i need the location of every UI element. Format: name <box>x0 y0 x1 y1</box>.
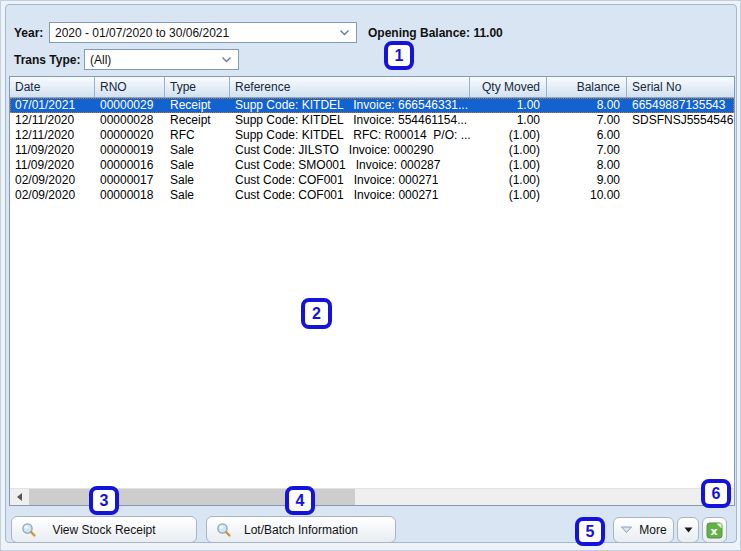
column-header-type[interactable]: Type <box>165 77 230 97</box>
cell-qty-moved: 1.00 <box>470 113 547 128</box>
column-header-reference[interactable]: Reference <box>230 77 470 97</box>
cell-type: Receipt <box>165 98 230 113</box>
cell-qty-moved: (1.00) <box>470 188 547 203</box>
lot-batch-information-label: Lot/Batch Information <box>244 523 358 537</box>
more-button-label: More <box>639 523 666 537</box>
cell-reference: Supp Code: KITDEL Invoice: 666546331... <box>230 98 470 113</box>
cell-type: RFC <box>165 128 230 143</box>
cell-type: Sale <box>165 188 230 203</box>
cell-serial-no <box>627 173 734 188</box>
cell-serial-no: 66549887135543 <box>627 98 734 113</box>
cell-serial-no <box>627 158 734 173</box>
dropdown-arrow-icon <box>684 527 693 533</box>
more-button[interactable]: More <box>613 517 674 543</box>
opening-balance-label: Opening Balance: <box>368 26 470 40</box>
year-dropdown[interactable]: 2020 - 01/07/2020 to 30/06/2021 <box>49 22 357 43</box>
cell-date: 12/11/2020 <box>10 113 95 128</box>
opening-balance-value: 11.00 <box>473 26 502 40</box>
cell-serial-no <box>627 188 734 203</box>
table-header: Date RNO Type Reference Qty Moved Balanc… <box>10 77 734 98</box>
cell-serial-no <box>627 128 734 143</box>
export-to-excel-button[interactable]: x <box>702 517 727 543</box>
cell-reference: Supp Code: KITDEL RFC: R00014 P/O: ... <box>230 128 470 143</box>
year-label: Year: <box>14 26 43 40</box>
cell-date: 11/09/2020 <box>10 158 95 173</box>
cell-serial-no <box>627 143 734 158</box>
cell-date: 12/11/2020 <box>10 128 95 143</box>
cell-rno: 00000017 <box>95 173 165 188</box>
trans-type-dropdown-value: (All) <box>90 53 111 67</box>
cell-qty-moved: (1.00) <box>470 128 547 143</box>
cell-balance: 9.00 <box>547 173 627 188</box>
cell-type: Sale <box>165 158 230 173</box>
callout-1: 1 <box>384 41 414 70</box>
year-dropdown-value: 2020 - 01/07/2020 to 30/06/2021 <box>55 26 229 40</box>
cell-type: Sale <box>165 173 230 188</box>
cell-rno: 00000016 <box>95 158 165 173</box>
cell-balance: 6.00 <box>547 128 627 143</box>
cell-reference: Cust Code: JILSTO Invoice: 000290 <box>230 143 470 158</box>
view-stock-receipt-label: View Stock Receipt <box>52 523 155 537</box>
cell-date: 07/01/2021 <box>10 98 95 113</box>
cell-serial-no: SDSFNSJ5554546 <box>627 113 734 128</box>
cell-qty-moved: 1.00 <box>470 98 547 113</box>
cell-qty-moved: (1.00) <box>470 158 547 173</box>
cell-reference: Cust Code: COF001 Invoice: 000271 <box>230 173 470 188</box>
scroll-left-arrow-icon[interactable] <box>10 489 28 505</box>
cell-reference: Cust Code: COF001 Invoice: 000271 <box>230 188 470 203</box>
table-row[interactable]: 02/09/2020 00000018 Sale Cust Code: COF0… <box>10 188 734 203</box>
callout-4: 4 <box>285 486 315 515</box>
lot-batch-information-button[interactable]: Lot/Batch Information <box>206 516 396 543</box>
callout-6: 6 <box>701 479 731 508</box>
column-header-qty-moved[interactable]: Qty Moved <box>470 77 547 97</box>
cell-type: Sale <box>165 143 230 158</box>
column-header-rno[interactable]: RNO <box>95 77 165 97</box>
cell-balance: 10.00 <box>547 188 627 203</box>
opening-balance: Opening Balance: 11.00 <box>368 26 503 40</box>
cell-qty-moved: (1.00) <box>470 143 547 158</box>
table-row[interactable]: 12/11/2020 00000028 Receipt Supp Code: K… <box>10 113 734 128</box>
chevron-down-icon <box>339 29 356 36</box>
cell-reference: Cust Code: SMO001 Invoice: 000287 <box>230 158 470 173</box>
column-header-balance[interactable]: Balance <box>547 77 627 97</box>
triangle-down-icon <box>620 526 633 534</box>
cell-type: Receipt <box>165 113 230 128</box>
callout-2: 2 <box>301 298 332 329</box>
cell-rno: 00000018 <box>95 188 165 203</box>
callout-5: 5 <box>575 517 605 546</box>
cell-date: 11/09/2020 <box>10 143 95 158</box>
chevron-down-icon <box>221 56 238 63</box>
cell-date: 02/09/2020 <box>10 173 95 188</box>
table-row[interactable]: 11/09/2020 00000019 Sale Cust Code: JILS… <box>10 143 734 158</box>
transactions-table: Date RNO Type Reference Qty Moved Balanc… <box>9 76 735 506</box>
cell-balance: 8.00 <box>547 158 627 173</box>
trans-type-label: Trans Type: <box>14 53 80 67</box>
column-header-serial-no[interactable]: Serial No <box>627 77 734 97</box>
stock-movement-window: Year: 2020 - 01/07/2020 to 30/06/2021 Op… <box>0 0 741 551</box>
trans-type-dropdown[interactable]: (All) <box>84 49 239 70</box>
view-stock-receipt-button[interactable]: View Stock Receipt <box>11 516 197 543</box>
magnifier-icon <box>21 522 37 541</box>
callout-3: 3 <box>89 486 119 515</box>
column-header-date[interactable]: Date <box>10 77 95 97</box>
cell-rno: 00000029 <box>95 98 165 113</box>
table-row[interactable]: 12/11/2020 00000020 RFC Supp Code: KITDE… <box>10 128 734 143</box>
cell-date: 02/09/2020 <box>10 188 95 203</box>
excel-export-icon: x <box>706 522 723 539</box>
cell-rno: 00000028 <box>95 113 165 128</box>
magnifier-icon <box>216 522 232 541</box>
cell-balance: 7.00 <box>547 113 627 128</box>
cell-balance: 8.00 <box>547 98 627 113</box>
svg-text:x: x <box>710 525 717 538</box>
cell-rno: 00000019 <box>95 143 165 158</box>
more-dropdown-arrow-button[interactable] <box>677 517 699 543</box>
cell-rno: 00000020 <box>95 128 165 143</box>
cell-reference: Supp Code: KITDEL Invoice: 554461154... <box>230 113 470 128</box>
cell-qty-moved: (1.00) <box>470 173 547 188</box>
table-row[interactable]: 07/01/2021 00000029 Receipt Supp Code: K… <box>10 98 734 113</box>
cell-balance: 7.00 <box>547 143 627 158</box>
table-row[interactable]: 11/09/2020 00000016 Sale Cust Code: SMO0… <box>10 158 734 173</box>
table-row[interactable]: 02/09/2020 00000017 Sale Cust Code: COF0… <box>10 173 734 188</box>
